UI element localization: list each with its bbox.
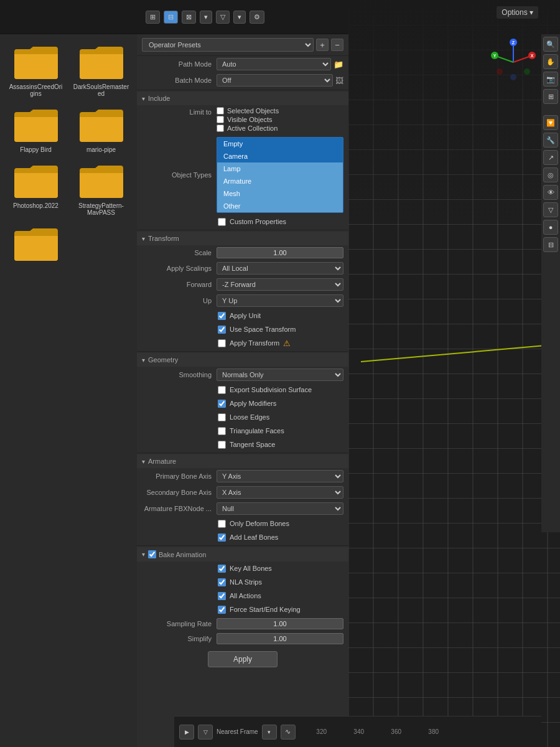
divider-2 [137,230,348,230]
simplify-input[interactable] [217,633,343,644]
timeline-filter-btn[interactable]: ▽ [198,725,213,740]
smoothing-select[interactable]: Normals Only [217,369,343,381]
type-lamp[interactable]: Lamp [217,162,343,175]
geometry-section-label: Geometry [148,356,178,364]
include-section-header[interactable]: ▾ Include [137,92,348,105]
bake-enabled-checkbox[interactable] [148,550,156,558]
grid-view-btn[interactable]: ⊟ [164,11,178,24]
folder-photoshop[interactable]: Photoshop.2022 [6,159,65,216]
bake-section-header[interactable]: ▾ Bake Animation [137,547,348,561]
armature-fbx-select[interactable]: Null [217,502,343,515]
apply-scalings-control: All Local [217,262,343,275]
up-select[interactable]: Y Up [217,294,343,307]
custom-props-checkbox[interactable] [218,218,226,226]
primary-bone-control: Y Axis [217,470,343,482]
smoothing-label: Smoothing [142,371,217,378]
vp-grid2-btn[interactable]: ⊟ [543,237,558,252]
timeline-320: 320 [303,728,340,735]
timeline-wave-btn[interactable]: ∿ [281,725,296,740]
all-actions-checkbox[interactable] [218,592,226,600]
timeline-select-btn[interactable]: ▾ [262,725,277,740]
vp-circle-btn[interactable]: ◎ [543,167,558,182]
type-armature[interactable]: Armature [217,175,343,187]
vp-filter-btn[interactable]: 🔽 [543,115,558,130]
bake-section-content: Key All Bones NLA Strips All Actions For… [137,561,348,646]
only-deform-checkbox[interactable] [218,520,226,528]
folder-mario[interactable]: mario-pipe [72,103,131,153]
apply-modifiers-checkbox[interactable] [218,400,226,408]
apply-transform-checkbox[interactable] [218,339,226,347]
geometry-section-header[interactable]: ▾ Geometry [137,353,348,367]
use-space-transform-checkbox[interactable] [218,326,226,334]
vp-wrench-btn[interactable]: 🔧 [543,133,558,148]
folder-darksouls[interactable]: DarkSoulsRemastered [72,40,131,97]
apply-unit-checkbox[interactable] [218,312,226,320]
folder-flappybird[interactable]: Flappy Bird [6,103,65,153]
filter-btn[interactable]: ▽ [216,11,230,24]
loose-edges-checkbox[interactable] [218,413,226,421]
vp-eye-btn[interactable]: 👁 [543,185,558,200]
vp-camera-btn[interactable]: 📷 [543,72,558,87]
folder-label: Flappy Bird [20,146,52,153]
key-all-bones-checkbox[interactable] [218,565,226,573]
all-actions-label: All Actions [230,592,261,599]
sampling-rate-input[interactable] [217,618,343,629]
folder-strategy[interactable]: StrategyPattern-MavPASS [72,159,131,216]
visible-objects-checkbox[interactable] [217,116,224,123]
apply-transform-row: Apply Transform ⚠ [137,336,348,350]
navigation-gizmo[interactable]: Z X Y [488,37,538,87]
vp-grid-btn[interactable]: ⊞ [543,89,558,104]
filter-btn2[interactable]: ▾ [233,11,246,24]
vp-search-btn[interactable]: 🔍 [543,37,558,52]
forward-select[interactable]: -Z Forward [217,278,343,291]
export-subdiv-checkbox[interactable] [218,386,226,394]
vp-cursor-btn[interactable]: ↗ [543,150,558,165]
triangulate-checkbox[interactable] [218,427,226,435]
object-types-row: Object Types Empty Camera Lamp Armature … [137,135,348,215]
secondary-bone-select[interactable]: X Axis [217,486,343,499]
scale-input[interactable] [217,247,343,258]
folder-assassins[interactable]: AssassinsCreedOrigins [6,40,65,97]
svg-line-6 [496,56,513,62]
type-mesh[interactable]: Mesh [217,187,343,200]
viewport-right-toolbar: 🔍 ✋ 📷 ⊞ 🔽 🔧 ↗ ◎ 👁 ▽ ● ⊟ [541,34,560,532]
batch-mode-select[interactable]: Off [217,74,333,87]
type-empty[interactable]: Empty [217,138,343,150]
list-view-btn[interactable]: ⊞ [146,11,160,24]
timeline-snap-btn[interactable]: ▶ [179,725,194,740]
nla-strips-checkbox[interactable] [218,578,226,586]
smoothing-row: Smoothing Normals Only [137,367,348,383]
remove-preset-btn[interactable]: − [331,39,343,51]
folder-icon [77,103,126,144]
options-header[interactable]: Options ▾ [497,6,538,19]
force-keying-checkbox[interactable] [218,606,226,614]
add-leaf-checkbox[interactable] [218,533,226,542]
armature-section-label: Armature [148,458,176,465]
selected-objects-checkbox[interactable] [217,107,224,115]
smoothing-control: Normals Only [217,369,343,381]
folder-icon [11,40,61,81]
active-collection-checkbox[interactable] [217,125,224,132]
type-other[interactable]: Other [217,200,343,212]
big-grid-btn[interactable]: ⊠ [182,11,196,24]
sort-btn[interactable]: ▾ [200,11,212,24]
transform-section-header[interactable]: ▾ Transform [137,232,348,245]
vp-funnel-btn[interactable]: ▽ [543,202,558,217]
use-space-transform-row: Use Space Transform [137,322,348,336]
tangent-space-checkbox[interactable] [218,441,226,449]
armature-section-header[interactable]: ▾ Armature [137,454,348,468]
vp-dot-btn[interactable]: ● [543,220,558,235]
primary-bone-select[interactable]: Y Axis [217,470,343,482]
folder-extra[interactable] [6,222,65,265]
add-preset-btn[interactable]: + [316,39,329,51]
folder-label: AssassinsCreedOrigins [8,83,64,97]
settings-btn[interactable]: ⚙ [250,11,264,24]
apply-button[interactable]: Apply [208,651,278,667]
apply-scalings-select[interactable]: All Local [217,262,343,275]
path-mode-icon: 📁 [334,60,343,69]
path-mode-select[interactable]: Auto [217,58,331,70]
preset-dropdown[interactable]: Operator Presets [142,38,314,52]
type-camera[interactable]: Camera [217,150,343,162]
preset-bar: Operator Presets + − [137,34,348,56]
vp-hand-btn[interactable]: ✋ [543,54,558,69]
